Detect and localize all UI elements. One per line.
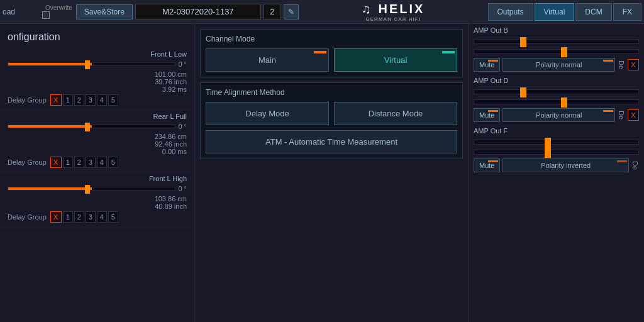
delay-num-1-4[interactable]: 4 [97,157,107,168]
delay-num-0-3[interactable]: 3 [86,94,96,106]
amp-b-mute-button[interactable]: Mute [474,58,500,72]
amp-out-d: AMP Out D Mute Polarity normal [471,77,641,123]
amp-f-mute-button[interactable]: Mute [474,158,500,172]
amp-d-slider1-row [471,87,641,97]
amp-out-f: AMP Out F Mute Polarity inverted [471,127,641,174]
delay-num-1-5[interactable]: 5 [108,157,118,168]
amp-d-slider1[interactable] [474,89,639,94]
mode-main-indicator [314,51,326,53]
delay-num-2-3[interactable]: 3 [86,211,96,223]
delay-num-2-2[interactable]: 2 [74,211,84,223]
delay-num-2-5[interactable]: 5 [108,211,118,223]
amp-d-mute-indicator [488,110,498,112]
helix-sub: GERMAN CAR HIFI [303,16,484,22]
edit-icon[interactable]: ✎ [284,4,299,19]
amp-b-polarity-indicator [603,60,613,62]
channel-mode-box: Channel Mode Main Virtual [200,29,463,77]
amp-b-slider2[interactable] [474,49,639,54]
slider-track-2[interactable] [8,187,175,191]
page-title: onfiguration [0,29,194,48]
overwrite-checkbox[interactable] [42,11,50,19]
amp-f-slider1[interactable] [474,140,639,145]
amp-b-mute-indicator [488,60,498,62]
amp-f-de-label: De [631,161,639,170]
slider-track-1[interactable] [8,125,175,128]
time-align-buttons: Delay Mode Distance Mode [206,102,457,125]
delay-num-0-4[interactable]: 4 [97,94,107,106]
amp-b-title: AMP Out B [471,26,641,34]
delay-num-0-5[interactable]: 5 [108,94,118,106]
mode-virtual-button[interactable]: Virtual [334,48,457,72]
channel-mode-buttons: Main Virtual [206,48,457,72]
delay-x-btn-0[interactable]: X [50,94,62,106]
delay-group-row-2: Delay Group X 1 2 3 4 5 [5,210,189,224]
channel-front-l-low: Front L Low 0 ° 101.00 cm 39.76 inch 3.9… [0,48,194,110]
nav-virtual[interactable]: Virtual [535,3,575,21]
amp-f-slider2-row [471,147,641,157]
amp-b-polarity-button[interactable]: Polarity normal [502,58,615,72]
inch-0: 39.76 inch [5,78,189,86]
channel-label-1: Rear L Full [5,113,189,120]
amp-f-slider1-row [471,137,641,147]
slider-row-0: 0 ° [5,60,189,68]
cm-1: 234.86 cm [5,133,189,140]
amp-f-bottom: Mute Polarity inverted De [471,157,641,174]
degree-0: 0 ° [178,60,189,68]
amp-d-slider2[interactable] [474,99,639,104]
delay-num-0-1[interactable]: 1 [63,94,73,106]
delay-num-0-2[interactable]: 2 [74,94,84,106]
amp-b-x-button[interactable]: X [628,59,639,70]
atm-button[interactable]: ATM - Automatic Time Measurement [206,130,457,153]
distance-mode-button[interactable]: Distance Mode [334,102,457,125]
amp-b-slider1-row [471,36,641,47]
cm-0: 101.00 cm [5,70,189,78]
inch-2: 40.89 inch [5,203,189,210]
degree-1: 0 ° [178,123,189,130]
degree-2: 0 ° [178,185,189,192]
time-alignment-box: Time Alignment Method Delay Mode Distanc… [200,82,463,159]
mode-main-button[interactable]: Main [206,48,329,72]
delay-num-1-2[interactable]: 2 [74,157,84,168]
delay-x-btn-2[interactable]: X [50,211,62,223]
amp-b-slider1[interactable] [474,39,639,44]
channel-label-2: Front L High [5,175,189,182]
save-store-button[interactable]: Save&Store [76,4,133,19]
amp-d-x-button[interactable]: X [628,109,639,121]
preset-name-field[interactable]: M2-03072020-1137 [135,4,261,19]
nav-buttons: Outputs Virtual DCM FX [488,3,642,21]
nav-outputs[interactable]: Outputs [488,3,533,21]
inch-1: 92.46 inch [5,140,189,148]
left-panel: onfiguration Front L Low 0 ° 101.00 cm 3… [0,24,195,322]
delay-num-2-4[interactable]: 4 [97,211,107,223]
amp-f-slider2[interactable] [474,150,639,155]
amp-d-de-label: De [618,111,625,119]
amp-d-polarity-indicator [603,110,613,112]
preset-number-field[interactable]: 2 [264,4,281,19]
amp-d-polarity-button[interactable]: Polarity normal [502,108,615,122]
delay-x-btn-1[interactable]: X [50,157,62,168]
delay-num-2-1[interactable]: 1 [63,211,73,223]
nav-dcm[interactable]: DCM [575,3,611,21]
delay-num-1-3[interactable]: 3 [86,157,96,168]
amp-b-slider2-row [471,47,641,57]
amp-d-mute-button[interactable]: Mute [474,108,500,122]
slider-row-1: 0 ° [5,123,189,130]
amp-b-bottom: Mute Polarity normal De X [471,57,641,73]
load-label: oad [3,8,15,16]
slider-track-0[interactable] [8,62,175,66]
delay-mode-button[interactable]: Delay Mode [206,102,329,125]
delay-group-label-2: Delay Group [8,213,47,221]
delay-group-row-0: Delay Group X 1 2 3 4 5 [5,93,189,107]
overwrite-container: Overwrite [20,4,72,19]
ms-0: 3.92 ms [5,86,189,93]
channel-rear-l-full: Rear L Full 0 ° 234.86 cm 92.46 inch 0.0… [0,110,194,172]
main-content: onfiguration Front L Low 0 ° 101.00 cm 3… [0,24,644,322]
channel-front-l-high: Front L High 0 ° 103.86 cm 40.89 inch De… [0,172,194,227]
amp-f-polarity-indicator [617,160,627,162]
center-panel: Channel Mode Main Virtual Time Alignment… [195,24,468,322]
amp-f-polarity-button[interactable]: Polarity inverted [502,158,629,172]
ms-1: 0.00 ms [5,148,189,155]
delay-num-1-1[interactable]: 1 [63,157,73,168]
nav-fx[interactable]: FX [613,3,641,21]
delay-group-label-0: Delay Group [8,96,47,104]
